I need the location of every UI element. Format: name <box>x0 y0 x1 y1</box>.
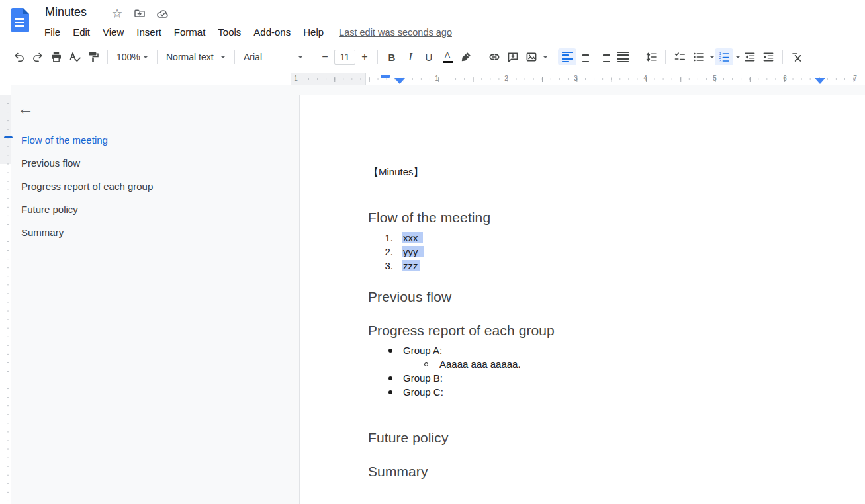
align-left-button[interactable] <box>558 48 576 65</box>
right-indent-marker[interactable] <box>815 78 825 84</box>
align-right-button[interactable] <box>595 48 614 65</box>
menu-bar: File Edit View Insert Format Tools Add-o… <box>44 26 452 38</box>
menu-addons[interactable]: Add-ons <box>253 26 291 38</box>
doc-heading-progress[interactable]: Progress report of each group <box>368 321 555 339</box>
align-center-icon <box>580 52 592 63</box>
ruler-label: 3 <box>571 75 580 83</box>
ruler-label: 1 <box>432 75 441 83</box>
print-button[interactable] <box>47 48 66 65</box>
toolbar-divider <box>637 50 637 64</box>
first-line-indent-marker[interactable] <box>381 75 390 78</box>
toolbar-divider <box>157 50 158 64</box>
line-spacing-button[interactable] <box>642 48 660 65</box>
align-center-button[interactable] <box>576 48 595 65</box>
bullet-list-item: Group A: <box>300 343 865 357</box>
menu-help[interactable]: Help <box>303 26 324 38</box>
bullet-icon <box>388 376 392 380</box>
paint-format-button[interactable] <box>84 48 103 65</box>
document-title[interactable]: Minutes <box>45 5 87 19</box>
menu-format[interactable]: Format <box>174 26 206 38</box>
paragraph-style-select[interactable]: Normal text <box>162 48 230 65</box>
left-indent-marker[interactable] <box>394 78 405 84</box>
last-edit-link[interactable]: Last edit was seconds ago <box>339 27 452 38</box>
font-size-input[interactable]: 11 <box>334 50 355 65</box>
decrease-indent-button[interactable] <box>741 48 759 65</box>
svg-text:3: 3 <box>719 58 721 63</box>
menu-edit[interactable]: Edit <box>73 26 90 38</box>
ruler-label-left: 1 <box>291 75 300 83</box>
bullet-icon <box>388 349 392 353</box>
bullet-list-item: Group C: <box>300 385 865 399</box>
google-docs-logo-icon[interactable] <box>11 8 29 32</box>
insert-link-button[interactable] <box>485 48 504 65</box>
logo-fold <box>23 8 29 14</box>
outline-item-flow-of-the-meeting[interactable]: Flow of the meeting <box>21 128 153 151</box>
selected-text: yyy <box>402 246 424 257</box>
cloud-saved-icon[interactable] <box>155 6 169 21</box>
ruler-label: 4 <box>641 75 650 83</box>
app-header: Minutes ☆ File Edit View Insert Format T… <box>0 0 865 41</box>
numbered-list-item: 3. zzz <box>300 259 865 273</box>
outline-item-previous-flow[interactable]: Previous flow <box>21 151 153 175</box>
zoom-select[interactable]: 100% <box>113 48 152 65</box>
vertical-ruler[interactable] <box>0 85 11 504</box>
doc-heading-summary[interactable]: Summary <box>368 462 428 480</box>
outline-item-progress-report[interactable]: Progress report of each group <box>21 175 153 198</box>
menu-tools[interactable]: Tools <box>218 26 241 38</box>
font-family-value: Arial <box>244 52 262 62</box>
text-color-button[interactable]: A <box>438 48 457 65</box>
horizontal-ruler[interactable]: 1 1 2 3 4 5 6 7 <box>0 73 865 85</box>
outline-active-indicator <box>4 136 13 138</box>
ruler-label: 2 <box>502 75 511 83</box>
selected-text: xxx <box>402 232 423 243</box>
doc-heading-previous[interactable]: Previous flow <box>368 288 451 306</box>
text-color-icon: A <box>443 51 453 63</box>
undo-button[interactable] <box>10 48 28 65</box>
move-to-folder-icon[interactable] <box>132 6 147 21</box>
insert-image-dropdown[interactable] <box>543 56 548 58</box>
toolbar: 100% Normal text Arial − 11 + B I U A <box>0 41 865 73</box>
italic-button[interactable]: I <box>401 48 420 65</box>
font-family-select[interactable]: Arial <box>240 48 307 65</box>
doc-heading-flow[interactable]: Flow of the meeting <box>368 208 490 226</box>
zoom-value: 100% <box>116 52 140 62</box>
bulleted-list-dropdown[interactable] <box>709 56 715 58</box>
outline-item-future-policy[interactable]: Future policy <box>21 198 153 221</box>
numbered-list-item: 2. yyy <box>300 245 865 259</box>
underline-button[interactable]: U <box>420 48 438 65</box>
decrease-font-size-button[interactable]: − <box>317 48 333 65</box>
menu-view[interactable]: View <box>103 26 124 38</box>
document-page[interactable]: 【Minutes】 Flow of the meeting 1. xxx 2. … <box>299 95 865 504</box>
add-comment-button[interactable] <box>504 48 522 65</box>
sub-bullet-list-item: Aaaaa aaa aaaaa. <box>300 357 865 371</box>
outline-list: Flow of the meeting Previous flow Progre… <box>21 128 153 244</box>
star-icon[interactable]: ☆ <box>110 6 124 21</box>
checklist-button[interactable] <box>670 48 689 65</box>
menu-insert[interactable]: Insert <box>136 26 161 38</box>
increase-font-size-button[interactable]: + <box>357 48 373 65</box>
doc-heading-future[interactable]: Future policy <box>368 429 449 446</box>
selected-text: zzz <box>402 260 420 271</box>
clear-formatting-button[interactable] <box>788 48 806 65</box>
highlight-color-button[interactable] <box>457 48 475 65</box>
numbered-list-item: 1. xxx <box>300 231 865 245</box>
insert-image-button[interactable] <box>522 48 541 65</box>
justify-button[interactable] <box>614 48 632 65</box>
align-right-icon <box>599 52 610 63</box>
increase-indent-button[interactable] <box>759 48 778 65</box>
toolbar-divider <box>377 50 378 64</box>
doc-paragraph-intro[interactable]: 【Minutes】 <box>369 165 424 179</box>
bulleted-list-button[interactable] <box>689 48 707 65</box>
numbered-list-button[interactable]: 1 2 3 <box>715 48 733 65</box>
numbered-list-dropdown[interactable] <box>735 56 741 58</box>
list-number: 2. <box>379 245 393 259</box>
menu-file[interactable]: File <box>44 26 60 38</box>
sub-bullet-icon <box>424 362 428 366</box>
bold-button[interactable]: B <box>383 48 401 65</box>
outline-item-summary[interactable]: Summary <box>21 221 153 244</box>
toolbar-divider <box>312 50 312 64</box>
redo-button[interactable] <box>28 48 47 65</box>
outline-panel: ← Flow of the meeting Previous flow Prog… <box>12 85 296 504</box>
close-outline-button[interactable]: ← <box>17 101 34 117</box>
spellcheck-button[interactable] <box>66 48 84 65</box>
